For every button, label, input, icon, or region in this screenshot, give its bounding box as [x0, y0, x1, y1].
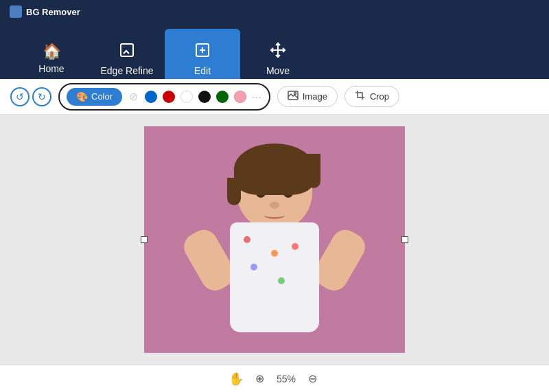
move-icon — [270, 42, 286, 61]
undo-button[interactable]: ↺ — [10, 87, 30, 106]
redo-icon: ↻ — [38, 91, 46, 102]
zoom-out-icon: ⊖ — [308, 372, 317, 385]
image-button-label: Image — [303, 91, 327, 102]
nav-tabs: 🏠 Home Edge Refine Edit — [7, 10, 542, 89]
toolbar: ↺ ↻ 🎨 Color ⊘ ··· Image — [0, 79, 549, 115]
swatch-white[interactable] — [180, 91, 193, 103]
zoom-in-icon: ⊕ — [255, 372, 264, 385]
crop-button[interactable]: Crop — [344, 86, 399, 107]
zoom-out-button[interactable]: ⊖ — [304, 371, 320, 387]
flower-3 — [250, 264, 257, 270]
tab-home-label: Home — [38, 63, 64, 74]
image-icon — [288, 90, 299, 103]
child-body — [230, 222, 319, 332]
swatch-green[interactable] — [216, 91, 229, 103]
svg-point-3 — [294, 93, 296, 95]
child-hair-right — [307, 154, 320, 188]
tab-edge-refine-label: Edge Refine — [100, 65, 153, 76]
crop-button-label: Crop — [370, 91, 389, 102]
edge-refine-icon — [119, 42, 135, 61]
flower-2 — [271, 250, 278, 257]
crop-handle-right[interactable] — [401, 236, 408, 243]
crop-icon — [355, 90, 366, 103]
color-button[interactable]: 🎨 Color — [67, 88, 122, 106]
logo-icon — [10, 5, 22, 18]
child-figure — [178, 140, 371, 353]
tab-edit-label: Edit — [194, 65, 211, 76]
crop-handle-left[interactable] — [141, 236, 148, 243]
swatch-pink[interactable] — [234, 91, 246, 103]
app-header: BG Remover 🏠 Home Edge Refine — [0, 0, 549, 79]
edit-icon — [194, 42, 211, 61]
image-container — [144, 126, 405, 353]
undo-icon: ↺ — [16, 91, 24, 102]
tab-move-label: Move — [266, 65, 290, 76]
flower-5 — [278, 277, 285, 284]
flower-4 — [292, 243, 299, 250]
canvas-area — [0, 115, 549, 365]
color-button-label: Color — [91, 91, 113, 102]
zoom-controls: ✋ ⊕ 55% ⊖ — [229, 371, 320, 387]
more-colors-button[interactable]: ··· — [252, 91, 262, 102]
child-mouth — [264, 212, 285, 219]
hand-tool-icon[interactable]: ✋ — [229, 371, 244, 387]
zoom-level: 55% — [277, 373, 296, 384]
image-button[interactable]: Image — [277, 86, 338, 107]
swatch-red[interactable] — [163, 91, 175, 103]
child-hair — [234, 143, 315, 195]
home-icon: 🏠 — [43, 44, 61, 59]
divider-1: ⊘ — [129, 90, 138, 103]
image-background — [144, 126, 405, 353]
swatch-black[interactable] — [198, 91, 211, 103]
child-nose — [270, 202, 279, 209]
flower-1 — [244, 236, 250, 243]
app-logo: BG Remover — [10, 5, 80, 18]
status-bar: ✋ ⊕ 55% ⊖ — [0, 365, 549, 392]
zoom-in-button[interactable]: ⊕ — [252, 371, 268, 387]
redo-button[interactable]: ↻ — [32, 87, 51, 106]
app-title: BG Remover — [26, 7, 80, 17]
swatch-blue[interactable] — [145, 91, 157, 103]
color-toolbar-group: 🎨 Color ⊘ ··· — [58, 83, 270, 111]
svg-rect-0 — [121, 44, 133, 56]
undo-redo-controls: ↺ ↻ — [10, 87, 51, 106]
color-palette-icon: 🎨 — [76, 91, 88, 102]
